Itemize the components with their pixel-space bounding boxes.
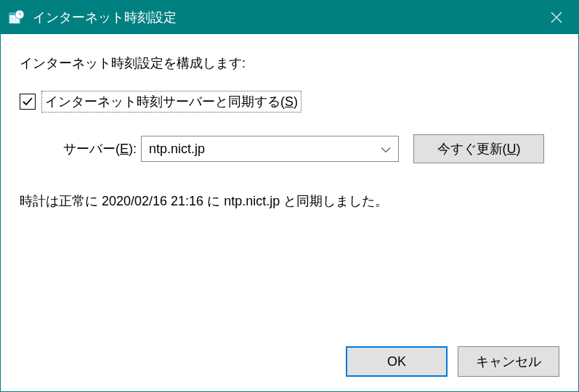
server-label: サーバー(E): bbox=[63, 140, 137, 158]
sync-checkbox-row: インターネット時刻サーバーと同期する(S) bbox=[20, 91, 559, 113]
sync-checkbox-label[interactable]: インターネット時刻サーバーと同期する(S) bbox=[41, 91, 301, 113]
dialog-window: インターネット時刻設定 インターネット時刻設定を構成します: インターネット時刻… bbox=[0, 0, 579, 392]
window-title: インターネット時刻設定 bbox=[33, 9, 535, 26]
instruction-text: インターネット時刻設定を構成します: bbox=[20, 54, 559, 72]
datetime-icon bbox=[8, 9, 25, 26]
server-value: ntp.nict.jp bbox=[149, 142, 205, 157]
sync-checkbox[interactable] bbox=[20, 94, 36, 110]
dialog-buttons: OK キャンセル bbox=[20, 346, 559, 377]
server-combobox[interactable]: ntp.nict.jp bbox=[141, 136, 399, 162]
checkmark-icon bbox=[22, 96, 33, 107]
dialog-content: インターネット時刻設定を構成します: インターネット時刻サーバーと同期する(S)… bbox=[1, 34, 578, 391]
title-bar: インターネット時刻設定 bbox=[1, 1, 578, 34]
close-button[interactable] bbox=[535, 1, 578, 34]
update-now-button[interactable]: 今すぐ更新(U) bbox=[413, 134, 544, 163]
ok-button[interactable]: OK bbox=[346, 346, 448, 377]
sync-status-text: 時計は正常に 2020/02/16 21:16 に ntp.nict.jp と同… bbox=[20, 192, 559, 210]
server-row: サーバー(E): ntp.nict.jp 今すぐ更新(U) bbox=[20, 134, 559, 163]
cancel-button[interactable]: キャンセル bbox=[458, 346, 559, 377]
chevron-down-icon bbox=[381, 142, 391, 157]
